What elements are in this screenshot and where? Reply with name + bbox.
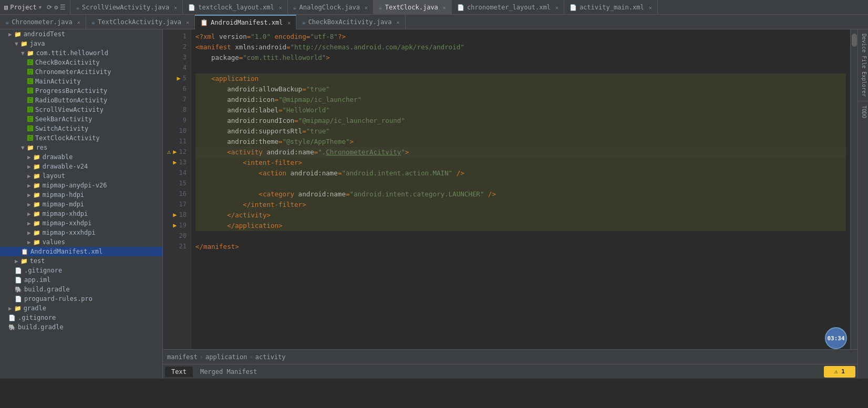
timer-badge[interactable]: 03:34 — [825, 327, 847, 349]
bottom-tab-text[interactable]: Text — [165, 367, 193, 377]
code-line-21: </manifest> — [195, 242, 846, 252]
sidebar-item-progressbaractivity[interactable]: 🅲 ProgressBarActivity — [0, 86, 162, 96]
code-content[interactable]: <?xml version="1.0" encoding="utf-8"?> <… — [191, 29, 850, 349]
sidebar-item-mipmap-mdpi[interactable]: ▶ 📁 mipmap-mdpi — [0, 200, 162, 209]
code-line-12: <activity android:name=".ChronometerAcit… — [195, 147, 846, 158]
editor-tab-checkboxacitivity[interactable]: ☕ CheckBoxAcitivity.java ✕ — [296, 15, 405, 29]
editor-tab-androidmanifest[interactable]: 📋 AndroidManifest.xml ✕ — [195, 15, 296, 29]
sidebar-item-radiobuttonactivity[interactable]: 🅲 RadioButtonActivity — [0, 96, 162, 105]
line-10: 10 — [167, 126, 187, 137]
project-dropdown-icon[interactable]: ▼ — [39, 5, 42, 10]
sidebar-item-layout[interactable]: ▶ 📁 layout — [0, 171, 162, 181]
sidebar-item-mainactivity[interactable]: 🅲 MainActivity — [0, 77, 162, 86]
editor-tab-chronometer[interactable]: ☕ Chronometer.java ✕ — [0, 15, 86, 29]
code-line-16: <category android:name="android.intent.c… — [195, 189, 846, 200]
warning-button[interactable]: ⚠ 1 — [824, 366, 855, 378]
editor-tab-label: CheckBoxAcitivity.java — [308, 18, 392, 26]
top-tab-label: activity_main.xml — [580, 4, 644, 11]
folder-icon: 📁 — [27, 50, 34, 57]
sidebar-item-scrollviewactivity[interactable]: 🅲 ScrollViewActivity — [0, 105, 162, 114]
sidebar-item-appiml[interactable]: 📄 app.iml — [0, 275, 162, 285]
sidebar-item-mipmap-xxxhdpi[interactable]: ▶ 📁 mipmap-xxxhdpi — [0, 228, 162, 237]
sidebar-item-buildgradle-app[interactable]: 🐘 build.gradle — [0, 285, 162, 294]
sidebar-item-mipmap-hdpi[interactable]: ▶ 📁 mipmap-hdpi — [0, 190, 162, 200]
sidebar-item-gitignore-app[interactable]: 📄 .gitignore — [0, 266, 162, 275]
sidebar-item-seekbaractivity[interactable]: 🅲 SeekBarActivity — [0, 114, 162, 124]
java-icon: 🅲 — [27, 69, 33, 76]
close-icon[interactable]: ✕ — [365, 5, 368, 11]
project-label: ▤ — [4, 4, 8, 11]
gradle-file-icon: 🐘 — [8, 324, 16, 331]
code-line-6: android:allowBackup="true" — [195, 84, 846, 95]
sidebar-item-label: .gitignore — [24, 267, 62, 274]
breadcrumb-manifest[interactable]: manifest — [167, 353, 198, 361]
todo-label[interactable]: TODO — [858, 101, 868, 122]
line-9: 9 — [167, 116, 187, 126]
close-icon[interactable]: ✕ — [649, 5, 652, 11]
sidebar-item-proguard[interactable]: 📄 proguard-rules.pro — [0, 294, 162, 304]
top-tab-scrollviewactivity[interactable]: ☕ ScrollViewActivity.java ✕ — [70, 0, 183, 15]
expand-icon: ▶ — [27, 163, 31, 170]
sync-icon[interactable]: ⟳ — [47, 4, 52, 11]
sidebar-item-gradle[interactable]: ▶ 📁 gradle — [0, 304, 162, 313]
sidebar-item-buildgradle-root[interactable]: 🐘 build.gradle — [0, 322, 162, 332]
folder-icon: 📁 — [33, 201, 40, 208]
close-icon[interactable]: ✕ — [287, 20, 291, 26]
close-icon[interactable]: ✕ — [555, 5, 559, 11]
close-icon[interactable]: ✕ — [279, 5, 282, 11]
sidebar-item-gitignore-root[interactable]: 📄 .gitignore — [0, 313, 162, 322]
top-tab-analogclock[interactable]: ☕ AnalogClock.java ✕ — [288, 0, 374, 15]
sidebar-item-drawable-v24[interactable]: ▶ 📁 drawable-v24 — [0, 162, 162, 171]
breadcrumb-application[interactable]: application — [205, 353, 247, 361]
top-tab-activity-main[interactable]: 📄 activity_main.xml ✕ — [564, 0, 658, 15]
sidebar-item-label: mipmap-xxxhdpi — [43, 229, 96, 236]
close-icon[interactable]: ✕ — [77, 19, 80, 25]
sidebar-item-mipmap-xhdpi[interactable]: ▶ 📁 mipmap-xhdpi — [0, 209, 162, 218]
sidebar-item-label: CheckBoxAcitivity — [35, 59, 100, 66]
breadcrumb-activity[interactable]: activity — [255, 353, 286, 361]
sidebar-item-package[interactable]: ▼ 📁 com.ttit.helloworld — [0, 48, 162, 58]
close-icon[interactable]: ✕ — [186, 19, 189, 25]
top-tab-chronometer-layout[interactable]: 📄 chronometer_layout.xml ✕ — [452, 0, 564, 15]
sidebar-item-mipmap-xxhdpi[interactable]: ▶ 📁 mipmap-xxhdpi — [0, 218, 162, 228]
vertical-scrollbar[interactable] — [850, 29, 857, 349]
sidebar-item-res[interactable]: ▼ 📁 res — [0, 143, 162, 152]
folder-icon: 📁 — [20, 40, 28, 47]
sidebar-item-test[interactable]: ▶ 📁 test — [0, 256, 162, 266]
close-icon[interactable]: ✕ — [174, 5, 177, 11]
sidebar-item-chronometeracitivity[interactable]: 🅲 ChronometerAcitivity — [0, 67, 162, 77]
java-icon: 🅲 — [27, 125, 33, 132]
code-line-15 — [195, 179, 846, 189]
code-line-11: android:theme="@style/AppTheme"> — [195, 137, 846, 147]
sidebar-item-drawable[interactable]: ▶ 📁 drawable — [0, 152, 162, 162]
settings-icon[interactable]: ⚙ — [54, 4, 58, 11]
sidebar-item-androidmanifest[interactable]: 📋 AndroidManifest.xml — [0, 247, 162, 256]
top-tab-textclock-layout[interactable]: 📄 textclock_layout.xml ✕ — [183, 0, 288, 15]
sidebar-item-mipmap-anydpi[interactable]: ▶ 📁 mipmap-anydpi-v26 — [0, 181, 162, 190]
sidebar-item-label: drawable — [43, 153, 73, 161]
scrollbar-thumb[interactable] — [852, 34, 857, 47]
close-icon[interactable]: ✕ — [397, 19, 400, 25]
sidebar-item-androidtest[interactable]: ▶ 📁 androidTest — [0, 29, 162, 39]
sidebar-item-java[interactable]: ▼ 📁 java — [0, 39, 162, 48]
java-icon: ☕ — [302, 18, 305, 26]
sidebar-item-label: mipmap-xxhdpi — [43, 219, 92, 227]
top-tab-label: ScrollViewActivity.java — [82, 4, 169, 11]
line-7: 7 — [167, 95, 187, 105]
close-icon[interactable]: ✕ — [443, 5, 446, 11]
sidebar-item-switchactivity[interactable]: 🅲 SwitchActivity — [0, 124, 162, 133]
sidebar-item-checkboxacitivity[interactable]: 🅲 CheckBoxAcitivity — [0, 58, 162, 67]
sidebar-item-values[interactable]: ▶ 📁 values — [0, 237, 162, 247]
timer-value: 03:34 — [827, 335, 844, 342]
top-tab-textclock[interactable]: ☕ TextClock.java ✕ — [374, 0, 452, 15]
java-icon: 🅲 — [27, 78, 33, 85]
device-file-explorer-label[interactable]: Device File Explorer — [858, 29, 868, 101]
sidebar-item-textclockactivity[interactable]: 🅲 TextClockActivity — [0, 133, 162, 143]
bottom-tab-merged-manifest[interactable]: Merged Manifest — [194, 367, 263, 377]
gear-icon[interactable]: ☰ — [60, 4, 66, 11]
sidebar-item-label: proguard-rules.pro — [24, 295, 92, 302]
code-line-1: <?xml version="1.0" encoding="utf-8"?> — [195, 32, 846, 42]
sidebar-item-label: .gitignore — [18, 314, 56, 321]
java-icon: 🅲 — [27, 116, 33, 123]
editor-tab-textclockactivity[interactable]: ☕ TextClockActivity.java ✕ — [86, 15, 195, 29]
